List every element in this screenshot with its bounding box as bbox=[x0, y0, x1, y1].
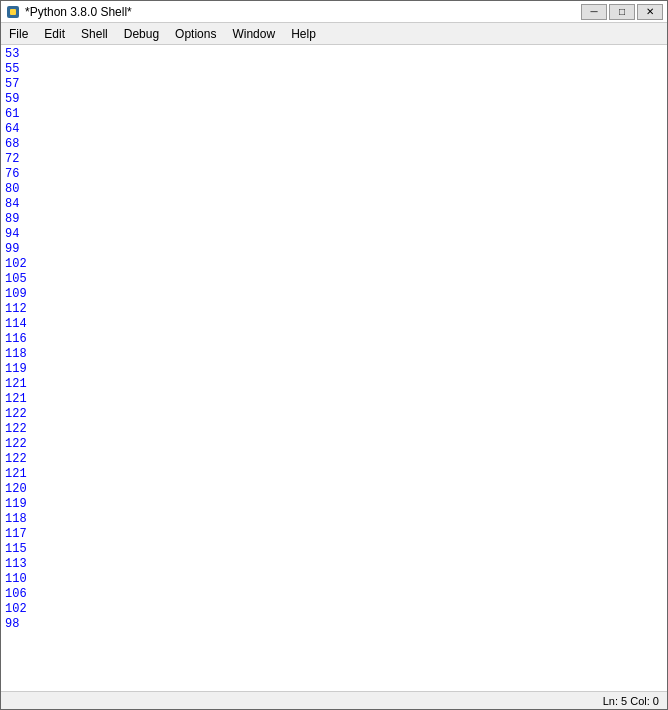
table-row: 105 bbox=[1, 272, 667, 287]
table-row: 94 bbox=[1, 227, 667, 242]
line-number: 120 bbox=[1, 482, 31, 497]
line-number: 57 bbox=[1, 77, 31, 92]
table-row: 121 bbox=[1, 377, 667, 392]
table-row: 72 bbox=[1, 152, 667, 167]
line-number: 122 bbox=[1, 422, 31, 437]
table-row: 120 bbox=[1, 482, 667, 497]
line-number: 122 bbox=[1, 452, 31, 467]
window-title: *Python 3.8.0 Shell* bbox=[25, 5, 132, 19]
table-row: 99 bbox=[1, 242, 667, 257]
line-number: 122 bbox=[1, 407, 31, 422]
line-number: 118 bbox=[1, 512, 31, 527]
table-row: 115 bbox=[1, 542, 667, 557]
line-number: 61 bbox=[1, 107, 31, 122]
table-row: 64 bbox=[1, 122, 667, 137]
table-row: 122 bbox=[1, 422, 667, 437]
line-number: 121 bbox=[1, 392, 31, 407]
table-row: 55 bbox=[1, 62, 667, 77]
table-row: 113 bbox=[1, 557, 667, 572]
line-number: 114 bbox=[1, 317, 31, 332]
menu-file[interactable]: File bbox=[1, 23, 36, 44]
app-icon bbox=[5, 4, 21, 20]
table-row: 121 bbox=[1, 392, 667, 407]
line-number: 80 bbox=[1, 182, 31, 197]
line-number: 53 bbox=[1, 47, 31, 62]
line-number: 121 bbox=[1, 377, 31, 392]
line-number: 112 bbox=[1, 302, 31, 317]
table-row: 61 bbox=[1, 107, 667, 122]
line-number: 118 bbox=[1, 347, 31, 362]
table-row: 112 bbox=[1, 302, 667, 317]
menu-debug[interactable]: Debug bbox=[116, 23, 167, 44]
table-row: 68 bbox=[1, 137, 667, 152]
table-row: 102 bbox=[1, 257, 667, 272]
line-number: 102 bbox=[1, 602, 31, 617]
line-number: 76 bbox=[1, 167, 31, 182]
menu-bar: File Edit Shell Debug Options Window Hel… bbox=[1, 23, 667, 45]
line-number: 94 bbox=[1, 227, 31, 242]
line-number: 68 bbox=[1, 137, 31, 152]
table-row: 122 bbox=[1, 452, 667, 467]
table-row: 114 bbox=[1, 317, 667, 332]
minimize-button[interactable]: ─ bbox=[581, 4, 607, 20]
line-number: 72 bbox=[1, 152, 31, 167]
line-number: 102 bbox=[1, 257, 31, 272]
table-row: 53 bbox=[1, 47, 667, 62]
table-row: 119 bbox=[1, 497, 667, 512]
line-number: 117 bbox=[1, 527, 31, 542]
status-text: Ln: 5 Col: 0 bbox=[603, 695, 659, 707]
line-number: 119 bbox=[1, 362, 31, 377]
table-row: 110 bbox=[1, 572, 667, 587]
line-number: 105 bbox=[1, 272, 31, 287]
output-area[interactable]: 5355575961646872768084899499102105109112… bbox=[1, 45, 667, 691]
line-number: 116 bbox=[1, 332, 31, 347]
line-number: 119 bbox=[1, 497, 31, 512]
line-number: 84 bbox=[1, 197, 31, 212]
line-number: 113 bbox=[1, 557, 31, 572]
line-number: 64 bbox=[1, 122, 31, 137]
close-button[interactable]: ✕ bbox=[637, 4, 663, 20]
menu-shell[interactable]: Shell bbox=[73, 23, 116, 44]
table-row: 59 bbox=[1, 92, 667, 107]
menu-window[interactable]: Window bbox=[224, 23, 283, 44]
menu-options[interactable]: Options bbox=[167, 23, 224, 44]
window-controls: ─ □ ✕ bbox=[581, 4, 663, 20]
table-row: 122 bbox=[1, 407, 667, 422]
table-row: 80 bbox=[1, 182, 667, 197]
line-number: 115 bbox=[1, 542, 31, 557]
line-number: 121 bbox=[1, 467, 31, 482]
maximize-button[interactable]: □ bbox=[609, 4, 635, 20]
main-window: *Python 3.8.0 Shell* ─ □ ✕ File Edit She… bbox=[0, 0, 668, 710]
table-row: 117 bbox=[1, 527, 667, 542]
line-number: 110 bbox=[1, 572, 31, 587]
editor-area: 5355575961646872768084899499102105109112… bbox=[1, 45, 667, 691]
title-bar: *Python 3.8.0 Shell* ─ □ ✕ bbox=[1, 1, 667, 23]
line-number: 98 bbox=[1, 617, 31, 632]
line-number: 55 bbox=[1, 62, 31, 77]
line-number: 59 bbox=[1, 92, 31, 107]
menu-edit[interactable]: Edit bbox=[36, 23, 73, 44]
table-row: 76 bbox=[1, 167, 667, 182]
line-number: 122 bbox=[1, 437, 31, 452]
menu-help[interactable]: Help bbox=[283, 23, 324, 44]
line-number: 89 bbox=[1, 212, 31, 227]
line-number: 99 bbox=[1, 242, 31, 257]
table-row: 57 bbox=[1, 77, 667, 92]
table-row: 106 bbox=[1, 587, 667, 602]
status-bar: Ln: 5 Col: 0 bbox=[1, 691, 667, 709]
line-number: 106 bbox=[1, 587, 31, 602]
title-bar-left: *Python 3.8.0 Shell* bbox=[5, 4, 132, 20]
table-row: 84 bbox=[1, 197, 667, 212]
line-number: 109 bbox=[1, 287, 31, 302]
table-row: 109 bbox=[1, 287, 667, 302]
table-row: 119 bbox=[1, 362, 667, 377]
table-row: 122 bbox=[1, 437, 667, 452]
table-row: 102 bbox=[1, 602, 667, 617]
table-row: 118 bbox=[1, 347, 667, 362]
table-row: 89 bbox=[1, 212, 667, 227]
table-row: 98 bbox=[1, 617, 667, 632]
table-row: 116 bbox=[1, 332, 667, 347]
svg-rect-1 bbox=[10, 9, 16, 15]
table-row: 121 bbox=[1, 467, 667, 482]
table-row: 118 bbox=[1, 512, 667, 527]
